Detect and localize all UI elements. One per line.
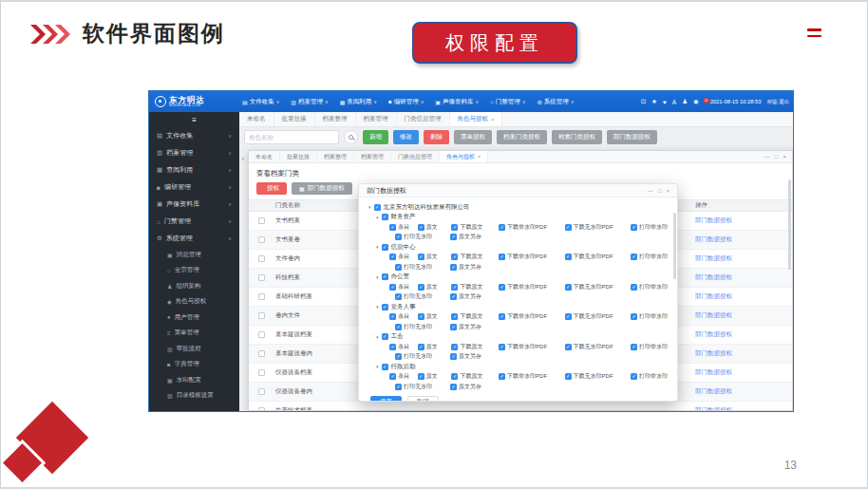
checkbox-checked[interactable]: [382, 304, 388, 310]
tab[interactable]: 门类信息管理: [391, 153, 440, 161]
toolbar-button[interactable]: 档案门类授权: [497, 130, 547, 144]
department-row[interactable]: ▾ 信息中心: [376, 242, 668, 253]
star-icon[interactable]: ★: [651, 98, 657, 105]
checkbox-checked[interactable]: [565, 254, 572, 260]
close-tab-icon[interactable]: ×: [478, 154, 481, 160]
nav-item[interactable]: ▣ 声像资料库 ∨: [429, 91, 484, 112]
permission-item[interactable]: 下载带水印PDF: [499, 253, 564, 261]
tab-active[interactable]: 角色与授权 ×: [440, 151, 488, 162]
row-checkbox[interactable]: [258, 312, 265, 319]
fullscreen-icon[interactable]: ⊡: [641, 98, 646, 105]
permission-item[interactable]: 条目: [389, 372, 418, 381]
permission-item[interactable]: 下载无水印PDF: [565, 343, 631, 351]
permission-item[interactable]: 原文: [418, 343, 452, 351]
checkbox-checked[interactable]: [450, 324, 457, 330]
dept-auth-link[interactable]: 部门数据授权: [695, 235, 732, 242]
permission-item[interactable]: 下载原文: [451, 372, 499, 381]
checkbox-checked[interactable]: [631, 284, 637, 291]
checkbox-checked[interactable]: [389, 373, 396, 380]
department-row[interactable]: ▾ 办公室: [376, 273, 668, 283]
tab[interactable]: 未命名: [249, 153, 280, 161]
session-links[interactable]: 帮助 退出: [766, 99, 789, 105]
toolbar-button[interactable]: 部门数据授权: [607, 130, 657, 144]
checkbox-checked[interactable]: [389, 254, 396, 260]
dept-auth-link[interactable]: 部门数据授权: [695, 216, 732, 223]
search-input[interactable]: [244, 130, 339, 144]
permission-item[interactable]: 打印带水印: [631, 372, 668, 381]
checkbox-checked[interactable]: [418, 344, 425, 350]
dept-auth-link[interactable]: 部门数据授权: [695, 273, 732, 280]
checkbox-checked[interactable]: [395, 324, 402, 330]
permission-item[interactable]: 下载无水印PDF: [565, 253, 631, 261]
department-row[interactable]: ▾ 党务人事: [376, 302, 668, 312]
permission-item[interactable]: 原文: [418, 223, 452, 232]
checkbox-checked[interactable]: [395, 293, 402, 300]
close-icon[interactable]: ×: [783, 154, 786, 160]
close-icon[interactable]: ×: [666, 188, 670, 194]
checkbox-checked[interactable]: [418, 224, 425, 231]
permission-item[interactable]: 下载带水印PDF: [499, 312, 564, 321]
checkbox-checked[interactable]: [631, 373, 637, 380]
close-tab-icon[interactable]: ×: [491, 117, 494, 122]
row-checkbox[interactable]: [258, 293, 265, 300]
checkbox-checked[interactable]: [395, 264, 402, 271]
toolbar-button[interactable]: 新增: [363, 130, 388, 144]
sidebar-item[interactable]: ⌂ 门禁管理 ∨: [149, 213, 239, 230]
sidebar-item[interactable]: ▦ 查阅利用 ∨: [149, 161, 239, 179]
checkbox-checked[interactable]: [565, 373, 572, 380]
row-checkbox[interactable]: [258, 217, 265, 224]
dept-auth-link[interactable]: 部门数据授权: [695, 406, 732, 411]
permission-item[interactable]: 打印带水印: [631, 223, 668, 232]
checkbox-checked[interactable]: [499, 254, 505, 260]
checkbox-checked[interactable]: [450, 384, 457, 390]
minimize-icon[interactable]: —: [648, 188, 653, 194]
permission-item[interactable]: 原文另存: [450, 323, 481, 331]
row-checkbox[interactable]: [258, 274, 265, 281]
table-row[interactable]: 生产技术档案 部门数据授权: [249, 402, 792, 411]
permission-item[interactable]: 下载原文: [451, 253, 499, 261]
permission-item[interactable]: 下载无水印PDF: [565, 283, 631, 292]
permission-item[interactable]: 原文另存: [450, 383, 481, 391]
permission-item[interactable]: 条目: [389, 343, 418, 351]
minimize-icon[interactable]: —: [764, 154, 770, 160]
checkbox-checked[interactable]: [418, 313, 425, 320]
nav-item[interactable]: ▦ 查阅利用 ∨: [334, 91, 383, 112]
slide-menu-icon[interactable]: [807, 28, 821, 41]
permission-item[interactable]: 下载带水印PDF: [499, 283, 564, 292]
checkbox-checked[interactable]: [499, 224, 505, 231]
permission-item[interactable]: 条目: [389, 253, 418, 261]
sidebar-subitem[interactable]: ● 用户管理: [149, 310, 239, 326]
row-checkbox[interactable]: [258, 331, 265, 338]
row-checkbox[interactable]: [258, 255, 265, 262]
search-button[interactable]: [344, 130, 358, 144]
permission-item[interactable]: 条目: [389, 283, 418, 292]
sidebar-item[interactable]: ▥ 档案管理 ∨: [149, 144, 239, 161]
sidebar-subitem[interactable]: ▧ 目录模板设置: [149, 388, 239, 404]
permission-item[interactable]: 条目: [389, 312, 418, 321]
maximize-icon[interactable]: □: [658, 188, 662, 194]
dept-auth-link[interactable]: 部门数据授权: [695, 311, 732, 318]
modal-tree-root[interactable]: ▾ 北京东方明达科技发展有限公司: [368, 202, 668, 213]
row-checkbox[interactable]: [258, 407, 265, 411]
checkbox-checked[interactable]: [565, 224, 572, 231]
dept-auth-link[interactable]: 部门数据授权: [695, 368, 732, 375]
permission-item[interactable]: 打印无水印: [395, 233, 450, 241]
toolbar-button[interactable]: 检索门类授权: [552, 130, 602, 144]
nav-item[interactable]: ■ 编研管理 ∨: [383, 91, 429, 112]
dept-auth-link[interactable]: 部门数据授权: [695, 349, 732, 356]
favorite-icon[interactable]: ♥: [663, 99, 667, 105]
sidebar-subitem[interactable]: ◆ 角色与授权: [149, 294, 239, 310]
nav-item[interactable]: ⚙ 系统管理 ∨: [531, 91, 579, 112]
window-button[interactable]: 授权: [256, 182, 287, 195]
sidebar-subitem[interactable]: ▥ 审批流程: [149, 341, 239, 357]
app-logo[interactable]: 东方明达 MINGEDATA.COM: [149, 96, 236, 107]
cancel-button[interactable]: 取消: [407, 396, 439, 403]
checkbox-checked[interactable]: [451, 313, 458, 320]
window-scrollbar[interactable]: [788, 179, 791, 270]
row-checkbox[interactable]: [258, 350, 265, 357]
tab-active[interactable]: 角色与授权 ×: [450, 112, 503, 126]
permission-item[interactable]: 下载带水印PDF: [499, 223, 564, 232]
checkbox-checked[interactable]: [418, 284, 425, 291]
tab[interactable]: 档案整理: [315, 112, 356, 126]
checkbox-checked[interactable]: [451, 254, 458, 260]
